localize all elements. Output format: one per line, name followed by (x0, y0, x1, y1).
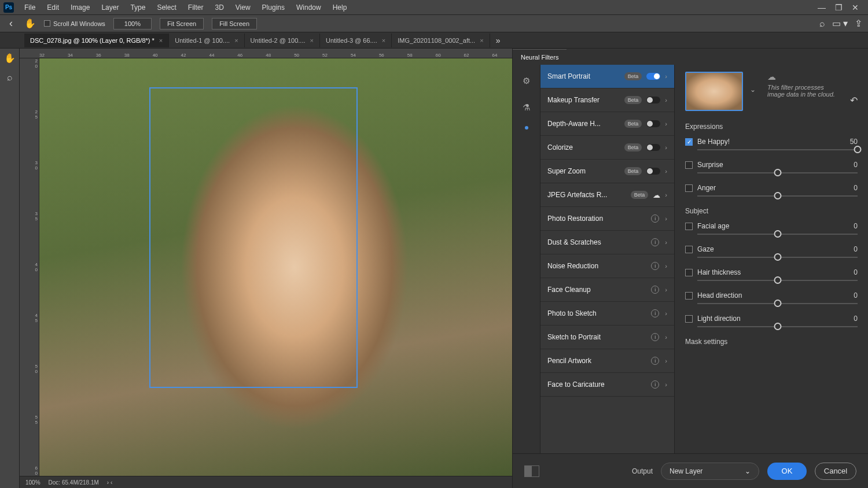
menu-filter[interactable]: Filter (182, 1, 209, 14)
slider-track[interactable] (697, 234, 858, 235)
slider-thumb[interactable] (774, 323, 781, 330)
reset-icon[interactable]: ↶ (850, 72, 858, 106)
menu-window[interactable]: Window (290, 1, 327, 14)
doc-tab-1[interactable]: Untitled-1 @ 100....× (169, 34, 244, 47)
filter-toggle[interactable] (646, 97, 660, 103)
tab-close-icon[interactable]: × (159, 37, 163, 44)
slider-checkbox[interactable] (685, 223, 693, 230)
tab-close-icon[interactable]: × (382, 37, 385, 44)
filter-toggle[interactable] (646, 168, 660, 175)
slider-checkbox[interactable] (685, 269, 693, 276)
filter-toggle[interactable] (646, 120, 660, 127)
cancel-button[interactable]: Cancel (815, 463, 856, 480)
output-select[interactable]: New Layer⌄ (661, 463, 759, 480)
face-dropdown-icon[interactable]: ⌄ (750, 72, 756, 94)
face-thumbnail[interactable] (685, 72, 743, 111)
info-icon[interactable]: i (651, 333, 659, 341)
slider-checkbox[interactable] (685, 246, 693, 253)
sliders-icon[interactable]: ⚙ (518, 73, 535, 89)
menu-image[interactable]: Image (65, 1, 95, 14)
ok-button[interactable]: OK (767, 463, 807, 480)
info-icon[interactable]: i (651, 286, 659, 294)
maximize-icon[interactable]: ❐ (835, 3, 843, 12)
tab-close-icon[interactable]: × (480, 37, 483, 44)
menu-type[interactable]: Type (124, 1, 151, 14)
flask-icon[interactable]: ⚗ (518, 99, 535, 116)
nf-filter-pencil-artwork[interactable]: Pencil Artworki› (540, 349, 674, 373)
tab-close-icon[interactable]: × (310, 37, 314, 44)
menu-select[interactable]: Select (151, 1, 182, 14)
hand-tool-icon[interactable]: ✋ (3, 51, 17, 65)
menu-view[interactable]: View (230, 1, 256, 14)
nf-filter-smart-portrait[interactable]: Smart PortraitBeta› (540, 65, 674, 88)
filter-toggle[interactable] (646, 73, 660, 80)
slider-checkbox[interactable] (685, 138, 693, 146)
nf-filter-photo-to-sketch[interactable]: Photo to Sketchi› (540, 302, 674, 326)
search-icon[interactable]: ⌕ (819, 19, 825, 29)
slider-track[interactable] (697, 280, 858, 281)
menu-help[interactable]: Help (327, 1, 353, 14)
hand-icon[interactable]: ✋ (24, 18, 36, 29)
doc-tab-2[interactable]: Untitled-2 @ 100....× (245, 34, 320, 47)
close-icon[interactable]: ✕ (852, 3, 859, 12)
slider-checkbox[interactable] (685, 292, 693, 300)
nf-filter-makeup-transfer[interactable]: Makeup TransferBeta› (540, 88, 674, 112)
slider-track[interactable] (697, 195, 858, 197)
nf-filter-super-zoom[interactable]: Super ZoomBeta› (540, 160, 674, 183)
info-icon[interactable]: i (651, 357, 659, 365)
menu-3d[interactable]: 3D (209, 1, 229, 14)
menu-layer[interactable]: Layer (95, 1, 124, 14)
minimize-icon[interactable]: — (818, 3, 826, 12)
cloud-download-icon[interactable]: ☁ (653, 191, 660, 199)
canvas-image[interactable] (39, 58, 512, 476)
tab-close-icon[interactable]: × (234, 37, 238, 44)
nf-filter-dust-scratches[interactable]: Dust & Scratchesi› (540, 231, 674, 254)
nf-filter-colorize[interactable]: ColorizeBeta› (540, 136, 674, 160)
doc-tab-4[interactable]: IMG_20201108_0002_aft...× (392, 34, 490, 47)
fit-screen-button[interactable]: Fit Screen (160, 18, 204, 29)
zoom-input[interactable]: 100% (113, 18, 152, 29)
workspace-icon[interactable]: ▭ ▾ (832, 18, 848, 29)
nf-filter-face-to-caricature[interactable]: Face to Caricaturei› (540, 373, 674, 397)
before-after-toggle[interactable] (524, 465, 539, 477)
slider-thumb[interactable] (774, 192, 781, 199)
share-icon[interactable]: ⇪ (855, 18, 862, 29)
menu-edit[interactable]: Edit (41, 1, 65, 14)
info-icon[interactable]: i (651, 262, 659, 270)
slider-track[interactable] (697, 257, 858, 258)
scroll-all-checkbox[interactable]: Scroll All Windows (44, 20, 105, 27)
doc-tab-0[interactable]: DSC_0278.jpg @ 100% (Layer 0, RGB/8*) *× (24, 34, 169, 47)
slider-thumb[interactable] (774, 276, 781, 284)
status-zoom[interactable]: 100% (25, 479, 41, 486)
slider-thumb[interactable] (854, 146, 862, 153)
slider-track[interactable] (697, 149, 858, 150)
nf-filter-noise-reduction[interactable]: Noise Reductioni› (540, 254, 674, 278)
doc-tab-3[interactable]: Untitled-3 @ 66....× (320, 34, 392, 47)
back-button[interactable]: ‹ (6, 17, 16, 29)
nf-filter-depth-aware-h-[interactable]: Depth-Aware H...Beta› (540, 112, 674, 136)
info-icon[interactable]: i (651, 380, 659, 389)
nf-filter-sketch-to-portrait[interactable]: Sketch to Portraiti› (540, 326, 674, 349)
slider-track[interactable] (697, 172, 858, 173)
filter-toggle[interactable] (646, 144, 660, 151)
nf-filter-photo-restoration[interactable]: Photo Restorationi› (540, 207, 674, 231)
status-caret-icon[interactable]: › ‹ (107, 479, 112, 486)
slider-checkbox[interactable] (685, 315, 693, 323)
nf-filter-jpeg-artefacts-r-[interactable]: JPEG Artefacts R...Beta☁› (540, 183, 674, 207)
menu-plugins[interactable]: Plugins (256, 1, 290, 14)
slider-thumb[interactable] (774, 253, 781, 261)
info-icon[interactable]: i (651, 309, 659, 317)
menu-file[interactable]: File (19, 1, 41, 14)
slider-thumb[interactable] (774, 169, 781, 176)
info-icon[interactable]: i (651, 238, 659, 246)
tabs-overflow-icon[interactable]: » (490, 36, 506, 45)
slider-track[interactable] (697, 303, 858, 304)
neural-filters-tab[interactable]: Neural Filters (513, 49, 567, 65)
slider-track[interactable] (697, 326, 858, 327)
slider-thumb[interactable] (774, 230, 781, 238)
zoom-tool-icon[interactable]: ⌕ (3, 71, 17, 84)
info-icon[interactable]: i (651, 215, 659, 223)
slider-checkbox[interactable] (685, 184, 693, 192)
nf-filter-face-cleanup[interactable]: Face Cleanupi› (540, 278, 674, 302)
slider-thumb[interactable] (774, 300, 781, 307)
